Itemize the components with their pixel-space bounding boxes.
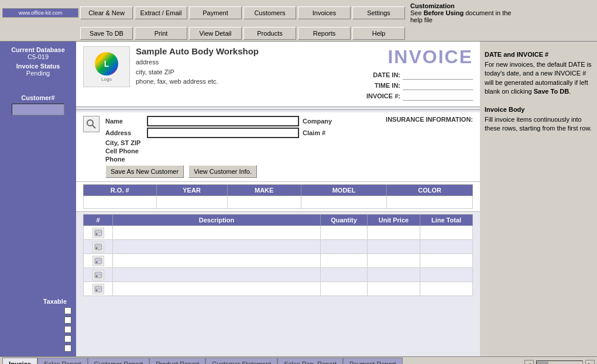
clear-new-button[interactable]: Clear & New xyxy=(80,6,133,19)
extract-email-button[interactable]: Extract / Email xyxy=(135,6,187,19)
taxable-checkbox-3[interactable] xyxy=(64,326,71,333)
content-area: L Logo Sample Auto Body Workshop address… xyxy=(76,42,480,356)
tab-next-button[interactable]: ► xyxy=(585,360,595,364)
invoice-price-cell-2[interactable] xyxy=(368,254,420,268)
vehicle-make-cell[interactable] xyxy=(227,196,301,209)
customer-address-input[interactable] xyxy=(147,128,299,138)
tab-scroll-track[interactable] xyxy=(536,360,583,364)
invoices-button[interactable]: Invoices xyxy=(298,6,351,19)
invoice-title: INVOICE xyxy=(366,46,473,68)
invoice-row xyxy=(84,282,473,296)
tab-prev-button[interactable]: ◄ xyxy=(524,360,534,364)
invoice-row xyxy=(84,254,473,268)
body-help-text: Fill invoice items continuously into the… xyxy=(485,115,592,133)
taxable-checkbox-5[interactable] xyxy=(64,345,71,352)
company-logo: L Logo xyxy=(83,46,130,87)
customer-number-input[interactable] xyxy=(12,104,64,115)
invoice-price-cell-0[interactable] xyxy=(368,226,420,240)
invoice-item-icon-cell-4 xyxy=(84,282,113,296)
invoice-item-icon-cell-1 xyxy=(84,240,113,254)
invoice-price-cell-3[interactable] xyxy=(368,268,420,282)
invoice-qty-cell-4[interactable] xyxy=(321,282,368,296)
svg-line-1 xyxy=(92,125,95,128)
invoice-num-label: INVOICE #: xyxy=(366,92,400,99)
invoice-desc-cell-4[interactable] xyxy=(113,282,321,296)
print-button[interactable]: Print xyxy=(135,27,187,40)
tab-payment-report[interactable]: Payment Report xyxy=(343,358,402,364)
tab-product-report[interactable]: Product Report xyxy=(149,358,205,364)
time-in-value[interactable] xyxy=(403,81,473,90)
invoice-qty-cell-0[interactable] xyxy=(321,226,368,240)
invoice-price-cell-4[interactable] xyxy=(368,282,420,296)
invoice-item-icon-2[interactable] xyxy=(92,256,104,266)
invoice-qty-cell-1[interactable] xyxy=(321,240,368,254)
tab-navigation: ◄ ► xyxy=(524,360,595,364)
invoice-total-cell-2[interactable] xyxy=(420,254,473,268)
tab-customer-statement[interactable]: Customer Statement xyxy=(205,358,277,364)
tab-sales-report[interactable]: Sales Report xyxy=(37,358,88,364)
invoice-qty-cell-2[interactable] xyxy=(321,254,368,268)
customer-name-input[interactable] xyxy=(147,116,299,126)
invoice-qty-cell-3[interactable] xyxy=(321,268,368,282)
company-city-state: city, state ZIP xyxy=(136,67,355,77)
invoice-total-cell-0[interactable] xyxy=(420,226,473,240)
view-detail-button[interactable]: View Detail xyxy=(189,27,242,40)
invoice-row xyxy=(84,240,473,254)
vehicle-year-cell[interactable] xyxy=(156,196,227,209)
invoice-col-desc: Description xyxy=(113,215,321,226)
insurance-section: INSURANCE INFORMATION: xyxy=(386,116,473,125)
invoice-total-cell-1[interactable] xyxy=(420,240,473,254)
svg-rect-8 xyxy=(95,258,102,264)
invoice-row xyxy=(84,268,473,282)
settings-button[interactable]: Settings xyxy=(352,6,405,19)
invoice-item-icon-1[interactable] xyxy=(92,242,104,252)
invoice-total-cell-4[interactable] xyxy=(420,282,473,296)
reports-button[interactable]: Reports xyxy=(298,27,351,40)
taxable-checkboxes xyxy=(4,307,73,352)
invoice-title-area: INVOICE DATE IN: TIME IN: INVOICE #: xyxy=(355,46,473,102)
invoice-total-cell-3[interactable] xyxy=(420,268,473,282)
invoice-col-price: Unit Price xyxy=(368,215,420,226)
view-customer-info-button[interactable]: View Customer Info. xyxy=(188,165,257,178)
help-panel: DATE and INVOICE # For new invoices, the… xyxy=(480,42,597,356)
city-label: City, ST ZIP xyxy=(105,139,143,146)
invoice-item-icon-4[interactable] xyxy=(92,284,104,294)
invoice-num-value[interactable] xyxy=(403,91,473,101)
customer-search-button[interactable] xyxy=(83,116,100,132)
tab-customer-report[interactable]: Customer Report xyxy=(88,358,150,364)
taxable-checkbox-2[interactable] xyxy=(64,317,71,324)
company-name: Sample Auto Body Workshop xyxy=(136,46,355,56)
tab-invoice[interactable]: Invoice xyxy=(2,358,37,364)
customers-button[interactable]: Customers xyxy=(243,6,296,19)
invoice-desc-cell-3[interactable] xyxy=(113,268,321,282)
vehicle-model-cell[interactable] xyxy=(301,196,387,209)
taxable-checkbox-4[interactable] xyxy=(64,335,71,342)
invoice-status-value: Pending xyxy=(26,70,50,77)
date-in-value[interactable] xyxy=(403,70,473,80)
invoice-desc-cell-1[interactable] xyxy=(113,240,321,254)
vehicle-table-section: R.O. # YEAR MAKE MODEL COLOR xyxy=(76,182,480,212)
invoice-price-cell-1[interactable] xyxy=(368,240,420,254)
invoice-desc-cell-0[interactable] xyxy=(113,226,321,240)
payment-button[interactable]: Payment xyxy=(189,6,242,19)
invoice-item-icon-cell-2 xyxy=(84,254,113,268)
invoice-status-label: Invoice Status xyxy=(16,63,60,70)
date-in-label: DATE IN: xyxy=(373,71,400,78)
search-icon xyxy=(86,119,97,129)
taxable-label: Taxable xyxy=(43,298,70,305)
invoice-item-icon-3[interactable] xyxy=(92,270,104,280)
invoice-item-icon-0[interactable] xyxy=(92,228,104,238)
vehicle-ro-cell[interactable] xyxy=(84,196,157,209)
save-new-customer-button[interactable]: Save As New Customer xyxy=(105,165,184,178)
help-button[interactable]: Help xyxy=(352,27,405,40)
vehicle-color-cell[interactable] xyxy=(387,196,473,209)
products-button[interactable]: Products xyxy=(243,27,296,40)
svg-point-13 xyxy=(95,275,97,277)
date-help-title: DATE and INVOICE # xyxy=(485,51,592,58)
body-help-title: Invoice Body xyxy=(485,106,592,113)
tab-sales-rep.-report[interactable]: Sales Rep. Report xyxy=(277,358,343,364)
save-to-db-button[interactable]: Save To DB xyxy=(80,27,133,40)
phone-label: Phone xyxy=(105,156,143,163)
invoice-desc-cell-2[interactable] xyxy=(113,254,321,268)
taxable-checkbox-1[interactable] xyxy=(64,307,71,314)
